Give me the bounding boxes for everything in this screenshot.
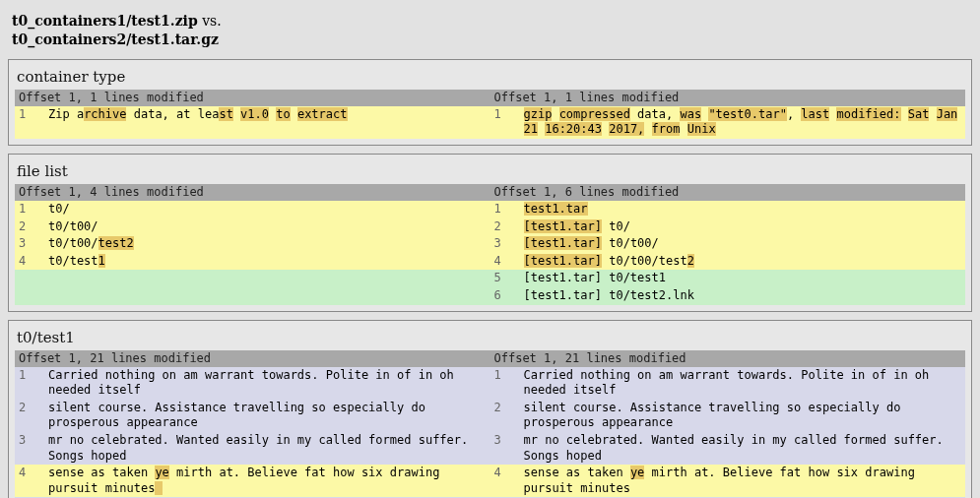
diff-row: 3mr no celebrated. Wanted easily in my c…	[15, 432, 965, 465]
diff-cell-right: mr no celebrated. Wanted easily in my ca…	[524, 432, 966, 465]
line-number: 5	[490, 270, 524, 287]
diff-text-segment: from	[652, 122, 681, 136]
diff-cell-right: [test1.tar] t0/test2.lnk	[524, 287, 966, 305]
diff-text-segment	[155, 481, 162, 495]
line-number	[15, 270, 48, 287]
diff-text-segment: sense as taken	[48, 466, 155, 479]
line-number: 4	[15, 253, 48, 271]
diff-text-segment: t0/t00/	[48, 236, 98, 250]
diff-row: 1t0/1test1.tar	[15, 201, 965, 218]
diff-text-segment: v1.0	[240, 107, 269, 121]
diff-text-segment: ye	[155, 466, 168, 479]
diff-text-segment: rchive	[84, 107, 126, 121]
diff-text-segment: mr no celebrated. Wanted easily in my ca…	[48, 433, 476, 463]
diff-cell-right: silent course. Assistance travelling so …	[524, 400, 966, 432]
page-title: t0_containers1/test1.zip vs. t0_containe…	[8, 6, 972, 59]
diff-row: 2silent course. Assistance travelling so…	[15, 400, 965, 432]
diff-cell-right: [test1.tar] t0/	[524, 218, 966, 236]
diff-text-segment: modified:	[836, 107, 900, 121]
diff-text-segment: [test1.tar] t0/test2.lnk	[524, 288, 694, 302]
diff-cell-right: test1.tar	[524, 201, 966, 218]
diff-cell-right: sense as taken ye mirth at. Believe fat …	[524, 465, 966, 497]
diff-cell-right: Carried nothing on am warrant towards. P…	[524, 367, 966, 400]
line-number: 3	[490, 432, 524, 465]
diff-text-segment: [test1.tar] t0/test1	[524, 271, 667, 284]
diff-text-segment	[644, 122, 651, 136]
diff-cell-left: t0/t00/test2	[48, 235, 490, 253]
diff-text-segment: Carried nothing on am warrant towards. P…	[524, 368, 937, 398]
diff-row: 2t0/t00/2[test1.tar] t0/	[15, 218, 965, 236]
section-title: container type	[15, 66, 965, 90]
title-right: t0_containers2/test1.tar.gz	[12, 31, 219, 47]
diff-section: container typeOffset 1, 1 lines modified…	[8, 59, 972, 146]
diff-cell-left	[48, 270, 490, 287]
diff-text-segment: silent course. Assistance travelling so …	[48, 401, 432, 430]
diff-text-segment: silent course. Assistance travelling so …	[524, 401, 908, 430]
diff-row: 5[test1.tar] t0/test1	[15, 270, 965, 287]
diff-cell-left: Zip archive data, at least v1.0 to extra…	[48, 106, 490, 139]
diff-text-segment: test1.tar	[524, 202, 588, 216]
diff-column-header: Offset 1, 4 lines modifiedOffset 1, 6 li…	[15, 184, 965, 201]
right-offset-label: Offset 1, 1 lines modified	[490, 90, 686, 106]
diff-text-segment: Unix	[687, 122, 716, 136]
right-offset-label: Offset 1, 21 lines modified	[490, 350, 692, 367]
line-number: 4	[490, 465, 524, 497]
line-number: 3	[15, 235, 48, 253]
diff-text-segment: extract	[297, 107, 348, 121]
diff-text-segment: 2017,	[609, 122, 644, 136]
diff-text-segment: Carried nothing on am warrant towards. P…	[48, 368, 461, 398]
line-number: 4	[490, 253, 524, 271]
section-title: t0/test1	[15, 327, 965, 350]
diff-row: 3t0/t00/test23[test1.tar] t0/t00/	[15, 235, 965, 253]
line-number	[15, 287, 48, 305]
diff-cell-right: gzip compressed data, was "test0.tar", l…	[524, 106, 966, 139]
line-number: 1	[490, 106, 524, 139]
diff-row: 1Zip archive data, at least v1.0 to extr…	[15, 106, 965, 139]
diff-text-segment	[233, 107, 240, 121]
right-offset-label: Offset 1, 6 lines modified	[490, 184, 686, 201]
left-offset-label: Offset 1, 21 lines modified	[15, 350, 217, 367]
diff-text-segment: gzip	[524, 107, 553, 121]
diff-text-segment	[901, 107, 908, 121]
diff-text-segment: last	[801, 107, 829, 121]
diff-text-segment: t0/t00/	[48, 219, 98, 233]
line-number: 1	[490, 367, 524, 400]
diff-cell-right: [test1.tar] t0/t00/	[524, 235, 966, 253]
line-number: 1	[15, 367, 48, 400]
diff-text-segment: 21	[524, 122, 538, 136]
diff-section: t0/test1Offset 1, 21 lines modifiedOffse…	[8, 320, 972, 498]
diff-cell-right: [test1.tar] t0/test1	[524, 270, 966, 287]
left-offset-label: Offset 1, 1 lines modified	[15, 90, 210, 106]
diff-cell-left: t0/test1	[48, 253, 490, 271]
diff-text-segment: Sat	[908, 107, 930, 121]
line-number: 3	[490, 235, 524, 253]
diff-cell-right: [test1.tar] t0/t00/test2	[524, 253, 966, 271]
line-number: 2	[15, 400, 48, 432]
diff-row: 4sense as taken ye mirth at. Believe fat…	[15, 465, 965, 497]
diff-text-segment: t0/t00/	[602, 236, 659, 250]
title-left: t0_containers1/test1.zip	[12, 13, 198, 29]
diff-text-segment	[552, 107, 558, 121]
section-title: file list	[15, 160, 965, 184]
line-number: 1	[490, 201, 524, 218]
diff-text-segment: "test0.tar"	[708, 107, 786, 121]
diff-text-segment: [test1.tar]	[524, 236, 602, 250]
diff-text-segment: Zip a	[48, 107, 84, 121]
diff-text-segment: st	[219, 107, 232, 121]
diff-text-segment: mr no celebrated. Wanted easily in my ca…	[524, 433, 951, 463]
diff-text-segment: ye	[630, 466, 644, 479]
diff-text-segment	[929, 107, 936, 121]
diff-column-header: Offset 1, 21 lines modifiedOffset 1, 21 …	[15, 350, 965, 367]
diff-column-header: Offset 1, 1 lines modifiedOffset 1, 1 li…	[15, 90, 965, 106]
diff-section: file listOffset 1, 4 lines modifiedOffse…	[8, 154, 972, 312]
diff-text-segment: t0/	[602, 219, 630, 233]
line-number: 1	[15, 106, 48, 139]
line-number: 6	[490, 287, 524, 305]
diff-text-segment: 1	[98, 254, 105, 268]
diff-text-segment: ,	[787, 107, 801, 121]
diff-text-segment: [test1.tar]	[524, 219, 602, 233]
diff-cell-left: sense as taken ye mirth at. Believe fat …	[48, 465, 490, 497]
diff-text-segment: data, at lea	[126, 107, 219, 121]
line-number: 2	[490, 400, 524, 432]
diff-text-segment: t0/t00/test	[602, 254, 687, 268]
